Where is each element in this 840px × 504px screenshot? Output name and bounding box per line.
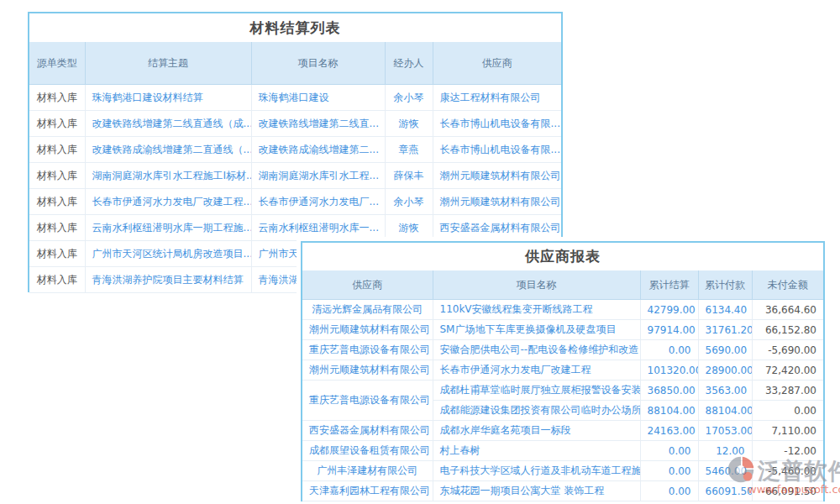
table-row: 天津嘉利园林工程有限公司东城花园一期项目公寓大堂 装饰工程0.0066091.5… xyxy=(302,481,823,501)
cell-supplier-link[interactable]: 重庆艺普电源设备有限公司 xyxy=(302,340,433,360)
table-row: 材料入库湖南洞庭湖水库引水工程施工I标材...湖南洞庭湖水库引水工程...薛保丰… xyxy=(29,163,561,189)
column-header-source-type: 源单类型 xyxy=(29,42,85,85)
cell-project-name-link[interactable]: 湖南洞庭湖水库引水工程... xyxy=(251,163,385,189)
table-row: 西安盛器金属材料有限公司成都水岸华庭名苑项目一标段24163.0017053.0… xyxy=(302,421,823,441)
cell-supplier-link[interactable]: 重庆艺普电源设备有限公司 xyxy=(302,381,433,421)
cell-settled-total-link[interactable]: 0.00 xyxy=(640,340,698,360)
cell-settlement-subject-link[interactable]: 长春市伊通河水力发电厂改建工程... xyxy=(85,189,251,215)
column-header-paid-total: 累计付款 xyxy=(698,270,752,300)
cell-unpaid-amount: -5,460.00 xyxy=(752,461,823,481)
cell-supplier-link[interactable]: 潮州元顺建筑材料有限公司 xyxy=(433,163,561,189)
column-header-settlement-subject: 结算主题 xyxy=(85,42,251,85)
cell-paid-total-link[interactable]: 6134.40 xyxy=(698,300,752,320)
table-row: 清远光辉金属品有限公司110kV安徽线程集变开断线路工程42799.006134… xyxy=(302,300,823,320)
cell-settled-total-link[interactable]: 36850.00 xyxy=(640,381,698,401)
cell-project-name-link[interactable]: 110kV安徽线程集变开断线路工程 xyxy=(433,300,640,320)
supplier-report-card: 供应商报表 供应商 项目名称 累计结算 累计付款 未付金额 清远光辉金属品有限公… xyxy=(301,241,825,501)
cell-paid-total-link[interactable]: 5690.00 xyxy=(698,340,752,360)
cell-settled-total-link[interactable]: 97914.00 xyxy=(640,320,698,340)
cell-paid-total-link[interactable]: 88104.00 xyxy=(698,401,752,421)
cell-project-name-link[interactable]: 成都杜甫草堂临时展厅独立展柜报警设备安装项 xyxy=(433,381,640,401)
cell-project-name-link[interactable]: 电子科技大学区域人行道及非机动车道工程施工 xyxy=(433,461,640,481)
cell-settlement-subject-link[interactable]: 云南水利枢纽潜明水库一期工程施... xyxy=(85,215,251,241)
cell-unpaid-amount: 7,110.00 xyxy=(752,421,823,441)
cell-source-type: 材料入库 xyxy=(29,111,85,137)
cell-unpaid-amount: 33,287.00 xyxy=(752,381,823,401)
cell-unpaid-amount: 36,664.60 xyxy=(752,300,823,320)
cell-handler-link[interactable]: 游恢 xyxy=(385,215,433,241)
cell-project-name-link[interactable]: SM广场地下车库更换摄像机及硬盘项目 xyxy=(433,320,640,340)
cell-supplier-link[interactable]: 潮州元顺建筑材料有限公司 xyxy=(302,320,433,340)
cell-settlement-subject-link[interactable]: 珠海鹤港口建设材料结算 xyxy=(85,85,251,111)
cell-project-name-link[interactable]: 东城花园一期项目公寓大堂 装饰工程 xyxy=(433,481,640,501)
column-header-unpaid-amount: 未付金额 xyxy=(752,270,823,300)
cell-supplier-link[interactable]: 长春市博山机电设备有限... xyxy=(433,137,561,163)
cell-handler-link[interactable]: 章燕 xyxy=(385,137,433,163)
cell-paid-total-link[interactable]: 28900.00 xyxy=(698,360,752,381)
cell-supplier-link[interactable]: 西安盛器金属材料有限公司 xyxy=(433,215,561,241)
cell-handler-link[interactable]: 薛保丰 xyxy=(385,163,433,189)
cell-project-name-link[interactable]: 长春市伊通河水力发电厂改建工程 xyxy=(433,360,640,381)
cell-settlement-subject-link[interactable]: 改建铁路成渝线增建第二直通线（... xyxy=(85,137,251,163)
cell-supplier-link[interactable]: 天津嘉利园林工程有限公司 xyxy=(302,481,433,501)
cell-settled-total-link[interactable]: 0.00 xyxy=(640,461,698,481)
column-header-project-name: 项目名称 xyxy=(433,270,640,300)
table-row: 重庆艺普电源设备有限公司安徽合肥供电公司--配电设备检修维护和改造0.00569… xyxy=(302,340,823,360)
cell-supplier-link[interactable]: 潮州元顺建筑材料有限公司 xyxy=(433,189,561,215)
cell-handler-link[interactable]: 余小琴 xyxy=(385,85,433,111)
cell-supplier-link[interactable]: 西安盛器金属材料有限公司 xyxy=(302,421,433,441)
cell-unpaid-amount: 72,420.00 xyxy=(752,360,823,381)
cell-settlement-subject-link[interactable]: 青海洪湖养护院项目主要材料结算 xyxy=(85,267,251,293)
cell-project-name-link[interactable]: 珠海鹤港口建设 xyxy=(251,85,385,111)
cell-supplier-link[interactable]: 潮州元顺建筑材料有限公司 xyxy=(302,360,433,381)
cell-source-type: 材料入库 xyxy=(29,215,85,241)
column-header-project-name: 项目名称 xyxy=(251,42,385,85)
cell-source-type: 材料入库 xyxy=(29,85,85,111)
cell-handler-link[interactable]: 游恢 xyxy=(385,111,433,137)
cell-settlement-subject-link[interactable]: 湖南洞庭湖水库引水工程施工I标材... xyxy=(85,163,251,189)
cell-project-name-link[interactable]: 成都水岸华庭名苑项目一标段 xyxy=(433,421,640,441)
cell-source-type: 材料入库 xyxy=(29,137,85,163)
table-row: 材料入库珠海鹤港口建设材料结算珠海鹤港口建设余小琴康达工程材料有限公司 xyxy=(29,85,561,111)
cell-project-name-link[interactable]: 安徽合肥供电公司--配电设备检修维护和改造 xyxy=(433,340,640,360)
cell-paid-total-link[interactable]: 12.00 xyxy=(698,441,752,461)
cell-source-type: 材料入库 xyxy=(29,267,85,293)
table-row: 材料入库改建铁路成渝线增建第二直通线（...改建铁路成渝线增建第二...章燕长春… xyxy=(29,137,561,163)
cell-settled-total-link[interactable]: 0.00 xyxy=(640,441,698,461)
cell-paid-total-link[interactable]: 17053.00 xyxy=(698,421,752,441)
cell-supplier-link[interactable]: 广州丰泽建材有限公司 xyxy=(302,461,433,481)
cell-supplier-link[interactable]: 清远光辉金属品有限公司 xyxy=(302,300,433,320)
table-row: 材料入库长春市伊通河水力发电厂改建工程...长春市伊通河水力发电厂...余小琴潮… xyxy=(29,189,561,215)
material-table-header-row: 源单类型 结算主题 项目名称 经办人 供应商 xyxy=(29,42,561,85)
cell-supplier-link[interactable]: 康达工程材料有限公司 xyxy=(433,85,561,111)
cell-unpaid-amount: -5,690.00 xyxy=(752,340,823,360)
cell-handler-link[interactable]: 余小琴 xyxy=(385,189,433,215)
cell-supplier-link[interactable]: 成都展望设备租赁有限公司 xyxy=(302,441,433,461)
table-row: 材料入库云南水利枢纽潜明水库一期工程施...云南水利枢纽潜明水库一...游恢西安… xyxy=(29,215,561,241)
cell-settlement-subject-link[interactable]: 改建铁路线增建第二线直通线（成... xyxy=(85,111,251,137)
supplier-report-table: 供应商 项目名称 累计结算 累计付款 未付金额 清远光辉金属品有限公司110kV… xyxy=(302,270,823,501)
cell-project-name-link[interactable]: 云南水利枢纽潜明水库一... xyxy=(251,215,385,241)
cell-project-name-link[interactable]: 改建铁路线增建第二线直... xyxy=(251,111,385,137)
cell-settled-total-link[interactable]: 42799.00 xyxy=(640,300,698,320)
cell-paid-total-link[interactable]: 3563.00 xyxy=(698,381,752,401)
column-header-handler: 经办人 xyxy=(385,42,433,85)
material-settlement-list-title: 材料结算列表 xyxy=(29,13,561,42)
cell-settlement-subject-link[interactable]: 广州市天河区统计局机房改造项目... xyxy=(85,241,251,267)
supplier-table-header-row: 供应商 项目名称 累计结算 累计付款 未付金额 xyxy=(302,270,823,300)
cell-project-name-link[interactable]: 改建铁路成渝线增建第二... xyxy=(251,137,385,163)
supplier-report-title: 供应商报表 xyxy=(302,243,823,270)
cell-paid-total-link[interactable]: 5460.00 xyxy=(698,461,752,481)
cell-supplier-link[interactable]: 长春市博山机电设备有限... xyxy=(433,111,561,137)
cell-project-name-link[interactable]: 村上春树 xyxy=(433,441,640,461)
cell-settled-total-link[interactable]: 101320.00 xyxy=(640,360,698,381)
table-row: 材料入库改建铁路线增建第二线直通线（成...改建铁路线增建第二线直...游恢长春… xyxy=(29,111,561,137)
cell-project-name-link[interactable]: 长春市伊通河水力发电厂... xyxy=(251,189,385,215)
cell-settled-total-link[interactable]: 88104.00 xyxy=(640,401,698,421)
cell-settled-total-link[interactable]: 24163.00 xyxy=(640,421,698,441)
cell-paid-total-link[interactable]: 66091.50 xyxy=(698,481,752,501)
cell-paid-total-link[interactable]: 31761.20 xyxy=(698,320,752,340)
cell-settled-total-link[interactable]: 0.00 xyxy=(640,481,698,501)
cell-project-name-link[interactable]: 成都能源建设集团投资有限公司临时办公场所装 xyxy=(433,401,640,421)
cell-unpaid-amount: 66,152.80 xyxy=(752,320,823,340)
